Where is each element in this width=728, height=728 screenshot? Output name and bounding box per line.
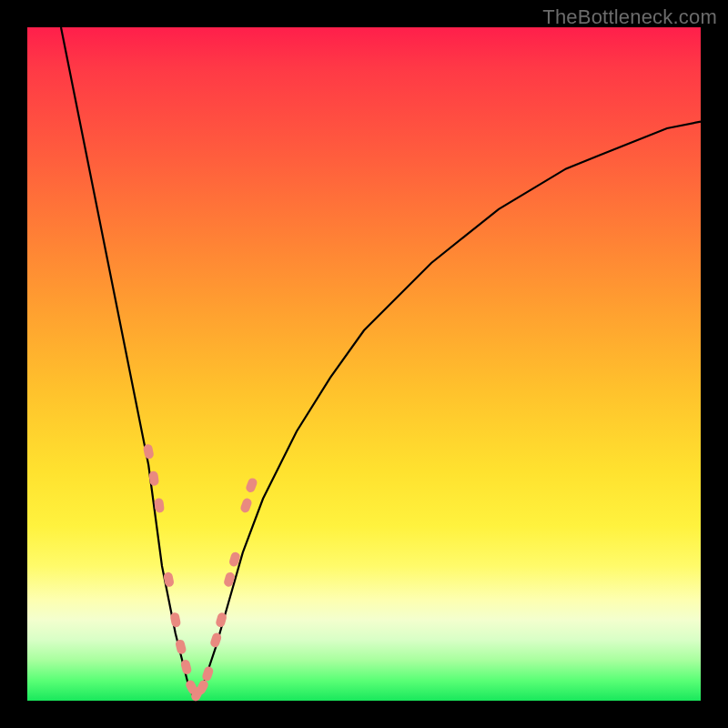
plot-area [27, 27, 701, 701]
chart-frame: TheBottleneck.com [0, 0, 728, 728]
watermark-text: TheBottleneck.com [542, 5, 717, 29]
bottleneck-curve [61, 27, 701, 701]
sample-markers [143, 443, 258, 703]
sample-marker [239, 497, 253, 513]
sample-marker [245, 477, 258, 493]
curve-layer [27, 27, 701, 701]
sample-marker [163, 571, 175, 588]
sample-marker [201, 665, 215, 682]
